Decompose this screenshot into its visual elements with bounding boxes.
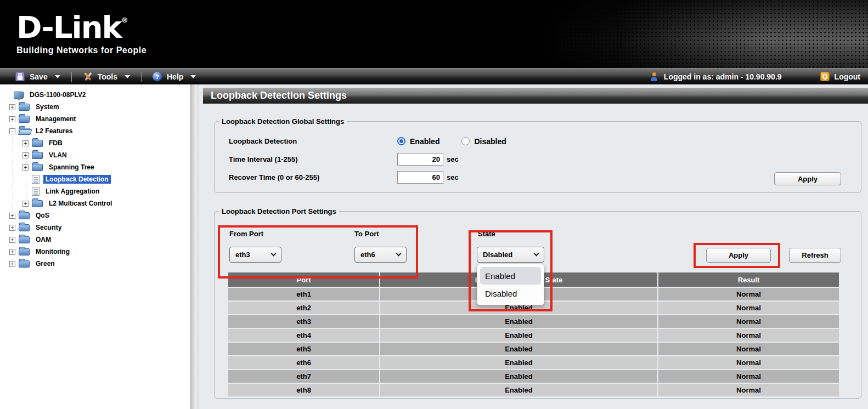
- tree-item-label: DGS-1100-08PLV2: [27, 90, 88, 99]
- global-settings-group: Loopback Detection Global Settings Loopb…: [214, 117, 861, 193]
- tree-item-security[interactable]: + Security: [0, 221, 190, 234]
- tools-menu-label: Tools: [98, 72, 117, 81]
- tree-item-oam[interactable]: + OAM: [0, 234, 190, 246]
- tree-item-label: VLAN: [47, 151, 69, 160]
- from-port-select[interactable]: eth3: [229, 247, 281, 263]
- page-title: Loopback Detection Settings: [203, 88, 868, 104]
- recover-time-input[interactable]: [397, 171, 443, 184]
- tree-expander[interactable]: +: [9, 261, 15, 267]
- save-menu[interactable]: Save: [0, 69, 71, 84]
- tree-item-loopback-detection[interactable]: Loopback Detection: [0, 173, 190, 185]
- port-apply-button[interactable]: Apply: [706, 248, 771, 263]
- table-cell: Normal: [658, 288, 839, 300]
- tree-expander[interactable]: -: [9, 128, 15, 134]
- tree-item-l2-features[interactable]: - L2 Features: [0, 125, 190, 137]
- logo-wordmark: D-Link®: [16, 3, 146, 44]
- tree-expander[interactable]: +: [9, 213, 15, 219]
- tree-expander[interactable]: +: [9, 237, 15, 243]
- table-cell: eth6: [228, 356, 379, 369]
- help-menu[interactable]: ? Help: [142, 69, 207, 84]
- to-port-select[interactable]: eth6: [354, 247, 407, 263]
- document-icon: [32, 187, 40, 196]
- table-cell: Enabled: [380, 370, 657, 383]
- tree-item-label: Monitoring: [33, 247, 72, 256]
- tree-item-label: L2 Features: [33, 127, 75, 135]
- table-cell: Normal: [658, 370, 839, 383]
- tree-expander[interactable]: +: [9, 249, 15, 255]
- tree-item-system[interactable]: + System: [0, 101, 190, 113]
- device-icon: [14, 92, 24, 99]
- global-apply-button[interactable]: Apply: [774, 172, 841, 185]
- tree-expander[interactable]: +: [22, 201, 29, 207]
- tree-item-link-aggregation[interactable]: Link Aggregation: [0, 185, 190, 197]
- folder-icon: [19, 128, 30, 135]
- time-interval-label: Time Interval (1-255): [215, 155, 397, 163]
- table-cell: eth1: [228, 288, 379, 300]
- tools-menu[interactable]: Tools: [72, 69, 141, 84]
- state-label: State: [478, 230, 495, 238]
- from-port-label: From Port: [229, 230, 263, 238]
- tree-item-monitoring[interactable]: + Monitoring: [0, 246, 190, 258]
- table-cell: Normal: [658, 329, 839, 342]
- table-cell: Enabled: [380, 329, 657, 342]
- help-question-icon: ?: [153, 72, 162, 81]
- disabled-radio[interactable]: [461, 137, 470, 145]
- banner-mesh-texture: [539, 0, 868, 68]
- logged-in-text: Logged in as: admin - 10.90.90.9: [664, 72, 782, 81]
- state-dropdown-popup: EnabledDisabled: [477, 264, 544, 305]
- tree-item-dgs-1100-08plv2[interactable]: DGS-1100-08PLV2: [0, 89, 190, 101]
- folder-icon: [19, 248, 30, 255]
- tree-item-vlan[interactable]: + VLAN: [0, 149, 190, 161]
- tree-item-qos[interactable]: + QoS: [0, 209, 190, 221]
- tree-expander[interactable]: +: [22, 164, 29, 171]
- folder-icon: [32, 152, 43, 159]
- document-icon: [32, 175, 40, 184]
- table-cell: eth7: [228, 370, 379, 383]
- table-cell: Enabled: [380, 384, 657, 396]
- tree-item-label: Green: [33, 259, 57, 268]
- tree-item-spanning-tree[interactable]: + Spanning Tree: [0, 161, 190, 173]
- refresh-button[interactable]: Refresh: [789, 248, 841, 263]
- tree-item-l2-multicast-control[interactable]: + L2 Multicast Control: [0, 197, 190, 209]
- tree-expander[interactable]: +: [9, 104, 15, 110]
- chevron-down-icon: [396, 251, 402, 257]
- column-header-result: Result: [658, 272, 839, 287]
- time-interval-input[interactable]: [397, 153, 443, 166]
- logout-button[interactable]: Logout: [820, 72, 860, 81]
- table-cell: eth5: [228, 343, 379, 355]
- table-cell: Enabled: [380, 315, 657, 328]
- main-content: Loopback Detection Settings Loopback Det…: [199, 84, 868, 409]
- table-cell: Enabled: [380, 343, 657, 355]
- table-cell: eth3: [228, 315, 379, 328]
- folder-icon: [32, 140, 43, 147]
- tree-expander[interactable]: +: [22, 140, 29, 146]
- tree-item-label: Spanning Tree: [47, 163, 97, 172]
- user-icon: [650, 72, 658, 81]
- state-option-disabled[interactable]: Disabled: [480, 285, 541, 302]
- tree-item-green[interactable]: + Green: [0, 258, 190, 270]
- tools-caret-icon: [125, 75, 130, 78]
- tree-item-label: System: [33, 103, 61, 111]
- logged-in-status: Logged in as: admin - 10.90.90.9: [650, 72, 782, 81]
- folder-icon: [19, 260, 30, 268]
- tree-item-label: OAM: [33, 235, 53, 244]
- tools-icon: [83, 72, 93, 82]
- folder-icon: [32, 164, 43, 171]
- help-caret-icon: [190, 75, 196, 78]
- tree-item-management[interactable]: + Management: [0, 113, 190, 125]
- enabled-radio[interactable]: [397, 137, 405, 145]
- state-select[interactable]: Disabled: [477, 247, 544, 263]
- tree-item-label: Loopback Detection: [43, 175, 111, 184]
- state-option-enabled[interactable]: Enabled: [480, 267, 541, 285]
- tree-expander[interactable]: +: [22, 152, 29, 158]
- sidebar-divider[interactable]: [190, 84, 199, 409]
- tree-expander[interactable]: +: [9, 116, 15, 122]
- tree-item-label: L2 Multicast Control: [47, 199, 114, 208]
- tree-item-label: QoS: [33, 211, 52, 220]
- logout-label: Logout: [835, 72, 860, 81]
- table-cell: Normal: [658, 343, 839, 355]
- tree-item-fdb[interactable]: + FDB: [0, 137, 190, 149]
- table-cell: Normal: [658, 302, 839, 314]
- folder-icon: [19, 236, 30, 243]
- tree-expander[interactable]: +: [9, 225, 15, 231]
